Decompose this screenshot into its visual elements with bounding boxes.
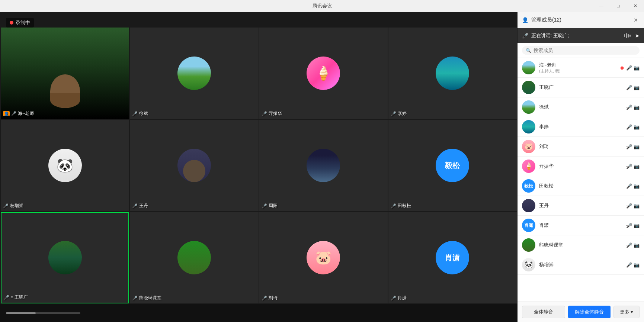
- video-cell-10[interactable]: 🎤熊晓琳课堂: [130, 212, 258, 303]
- cell-name-12: 🎤肖潇: [391, 295, 407, 301]
- member-icons-tys: 🎤 📷: [626, 183, 640, 189]
- member-item-lq[interactable]: 🐷 刘琦 🎤 📷: [518, 137, 644, 157]
- member-icons-qzh: 🎤 📷: [626, 164, 640, 169]
- member-item-xxlkt[interactable]: 熊晓琳课堂 🎤 📷: [518, 235, 644, 255]
- close-button[interactable]: ✕: [627, 0, 644, 12]
- video-cell-11[interactable]: 🐷 🎤刘琦: [259, 212, 388, 303]
- member-avatar-host: [522, 61, 535, 74]
- minimize-button[interactable]: —: [593, 0, 610, 12]
- member-item-tys[interactable]: 毅松 田毅松 🎤 📷: [518, 176, 644, 196]
- mic-icon-lq: 🎤: [626, 144, 632, 149]
- wave-1: [624, 34, 625, 37]
- member-info-xb: 徐斌: [539, 104, 622, 110]
- member-info-wd: 王丹: [539, 202, 622, 209]
- mute-all-button[interactable]: 全体静音: [522, 306, 565, 318]
- video-icon-xb: 📷: [634, 104, 640, 110]
- mic-icon-wxg: 🎤: [626, 85, 632, 90]
- member-info-yzc: 杨增崇: [539, 261, 622, 268]
- video-cell-12[interactable]: 肖潇 🎤肖潇: [388, 212, 517, 303]
- progress-track: [6, 312, 80, 314]
- main-area: 录制中 👤 🎤 海~老师: [0, 12, 644, 322]
- speaking-mic-icon: 🎤: [522, 33, 528, 39]
- member-avatar-wxg: [522, 81, 535, 94]
- video-icon-yzc: 📷: [634, 262, 640, 268]
- speaking-label: 正在讲话: 王晓广;: [531, 32, 621, 39]
- cell-name-presenter: 👤 🎤 海~老师: [3, 110, 34, 117]
- search-input[interactable]: [534, 48, 636, 53]
- member-item-host[interactable]: 海~老师 (主持人, 我) ⏺ 🎤 📷: [518, 58, 644, 78]
- member-avatar-yzc: 🐼: [522, 258, 535, 271]
- video-cell-4[interactable]: 🎤李婷: [388, 28, 517, 119]
- member-name-tys: 田毅松: [539, 183, 622, 189]
- video-area: 录制中 👤 🎤 海~老师: [0, 12, 518, 322]
- video-cell-5[interactable]: 🐼 🎤杨增崇: [1, 120, 129, 211]
- member-icons-host: ⏺ 🎤 📷: [620, 65, 640, 71]
- mic-icon-xb: 🎤: [626, 104, 632, 110]
- mic-icon-qzh: 🎤: [626, 164, 632, 169]
- member-item-xb[interactable]: 徐斌 🎤 📷: [518, 97, 644, 117]
- wave-3: [628, 34, 629, 38]
- member-icons-yzc: 🎤 📷: [626, 262, 640, 268]
- member-name-lt: 李婷: [539, 123, 622, 130]
- member-info-tys: 田毅松: [539, 183, 622, 189]
- video-cell-presenter[interactable]: 👤 🎤 海~老师: [1, 28, 129, 119]
- wave-2: [626, 33, 627, 38]
- member-avatar-qzh: 🍦: [522, 160, 535, 173]
- search-icon: 🔍: [526, 48, 531, 53]
- member-icons-wxg: 🎤 📷: [626, 85, 640, 90]
- member-info-xxlkt: 熊晓琳课堂: [539, 242, 622, 248]
- video-cell-8[interactable]: 毅松 🎤田毅松: [388, 120, 517, 211]
- unmute-all-button[interactable]: 解除全体静音: [568, 306, 611, 318]
- video-icon-host: 📷: [634, 65, 640, 71]
- bottom-bar: [0, 304, 518, 322]
- recording-badge: 录制中: [6, 18, 34, 28]
- panel-close-button[interactable]: ✕: [632, 16, 640, 24]
- panel-footer: 全体静音 解除全体静音 更多 ▾: [518, 302, 644, 322]
- member-item-yzc[interactable]: 🐼 杨增崇 🎤 📷: [518, 255, 644, 275]
- member-item-wxg[interactable]: 王晓广 🎤 📷: [518, 78, 644, 97]
- member-name-xb: 徐斌: [539, 104, 622, 110]
- member-icons-xx: 🎤 📷: [626, 223, 640, 228]
- member-avatar-lq: 🐷: [522, 140, 535, 153]
- avatar-wd: [177, 149, 211, 182]
- mic-icon-lt: 🎤: [626, 124, 632, 130]
- member-avatar-xxlkt: [522, 238, 535, 252]
- member-name-host: 海~老师: [539, 62, 616, 68]
- member-name-wxg: 王晓广: [539, 84, 622, 91]
- video-icon-lt: 📷: [634, 124, 640, 130]
- member-info-xx: 肖潇: [539, 222, 622, 229]
- member-avatar-lt: [522, 120, 535, 133]
- avatar-tys: 毅松: [436, 149, 469, 182]
- member-item-xx[interactable]: 肖潇 肖潇 🎤 📷: [518, 216, 644, 235]
- member-role-host: (主持人, 我): [539, 68, 616, 74]
- panel-header: 👤 管理成员(12) ✕: [518, 12, 644, 28]
- avatar-lt: [436, 57, 469, 90]
- member-item-lt[interactable]: 李婷 🎤 📷: [518, 117, 644, 137]
- member-info-host: 海~老师 (主持人, 我): [539, 62, 616, 74]
- cell-name-10: 🎤熊晓琳课堂: [132, 295, 161, 301]
- avatar-zy: [307, 149, 340, 182]
- cell-name-4: 🎤李婷: [391, 110, 407, 117]
- video-cell-7[interactable]: 🎤周阳: [259, 120, 388, 211]
- video-cell-6[interactable]: 🎤王丹: [130, 120, 258, 211]
- right-panel: 👤 管理成员(12) ✕ 🎤 正在讲话: 王晓广; ➤ 🔍: [518, 12, 644, 322]
- member-icons-lq: 🎤 📷: [626, 144, 640, 149]
- member-item-wd[interactable]: 王丹 🎤 📷: [518, 196, 644, 216]
- member-item-qzh[interactable]: 🍦 亓振华 🎤 📷: [518, 157, 644, 176]
- more-button[interactable]: 更多 ▾: [613, 306, 640, 318]
- video-cell-2[interactable]: 🎤徐斌: [130, 28, 258, 119]
- search-bar: 🔍: [518, 43, 644, 58]
- window-title: 腾讯会议: [313, 3, 332, 9]
- video-cell-3[interactable]: 🍦 🎤亓振华: [259, 28, 388, 119]
- member-icons-wd: 🎤 📷: [626, 203, 640, 209]
- member-icons-xb: 🎤 📷: [626, 104, 640, 110]
- member-name-lq: 刘琦: [539, 143, 622, 150]
- avatar-xx: 肖潇: [436, 241, 469, 274]
- video-icon-wxg: 📷: [634, 85, 640, 90]
- video-cell-9[interactable]: 🎤 ≡ 王晓广: [1, 212, 129, 303]
- cell-name-7: 🎤周阳: [262, 203, 278, 209]
- mic-icon-wd: 🎤: [626, 203, 632, 209]
- speaking-arrow-icon[interactable]: ➤: [635, 33, 640, 39]
- maximize-button[interactable]: □: [610, 0, 627, 12]
- mic-icon-xx: 🎤: [626, 223, 632, 228]
